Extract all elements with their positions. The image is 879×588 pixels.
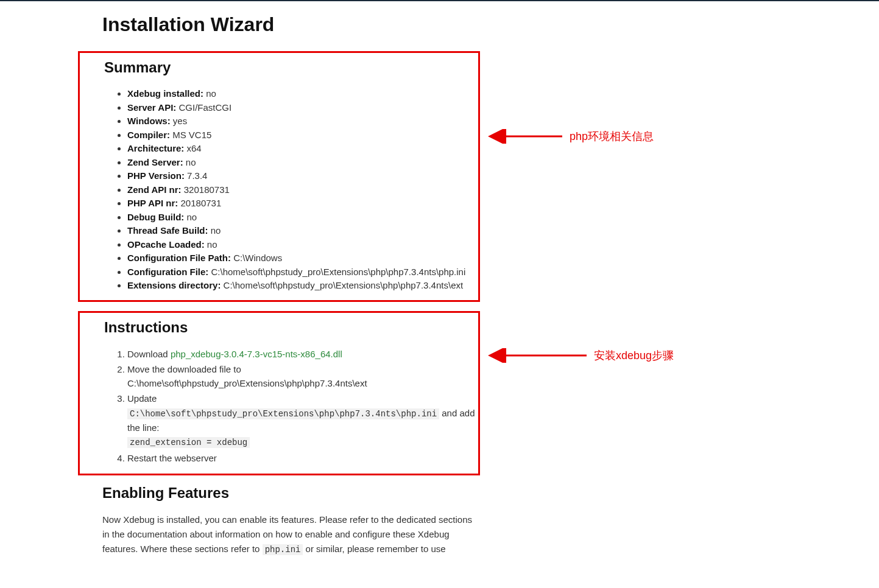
summary-item-key: Configuration File Path: (127, 253, 231, 263)
summary-item: Configuration File Path: C:\Windows (127, 251, 478, 265)
instruction-item: Move the downloaded file to C:\home\soft… (127, 362, 478, 391)
summary-box: Summary Xdebug installed: noServer API: … (78, 51, 480, 302)
download-prefix: Download (127, 349, 171, 359)
summary-item-key: Compiler: (127, 130, 170, 140)
download-link[interactable]: php_xdebug-3.0.4-7.3-vc15-nts-x86_64.dll (171, 349, 342, 359)
php-ini-code: php.ini (263, 544, 303, 555)
annotation-arrow-1: php环境相关信息 (484, 129, 654, 144)
summary-list: Xdebug installed: noServer API: CGI/Fast… (104, 87, 478, 293)
summary-item-key: Architecture: (127, 143, 184, 153)
update-word: Update (127, 393, 157, 404)
summary-item: Compiler: MS VC15 (127, 128, 478, 142)
summary-item-key: PHP Version: (127, 170, 185, 181)
update-path-code: C:\home\soft\phpstudy_pro\Extensions\php… (127, 408, 439, 419)
enabling-paragraph: Now Xdebug is installed, you can enable … (102, 513, 480, 556)
summary-item-key: Zend API nr: (127, 184, 182, 195)
summary-item: Server API: CGI/FastCGI (127, 101, 478, 115)
summary-item: PHP API nr: 20180731 (127, 197, 478, 211)
summary-item-key: Zend Server: (127, 157, 183, 167)
instruction-item: Download php_xdebug-3.0.4-7.3-vc15-nts-x… (127, 347, 478, 361)
summary-item: Zend Server: no (127, 156, 478, 170)
annotation-label-1: php环境相关信息 (570, 129, 654, 144)
summary-item-key: Xdebug installed: (127, 88, 203, 99)
instructions-list: Download php_xdebug-3.0.4-7.3-vc15-nts-x… (104, 347, 478, 466)
summary-item-key: Windows: (127, 116, 171, 126)
summary-item: Zend API nr: 320180731 (127, 183, 478, 197)
summary-item-key: PHP API nr: (127, 198, 178, 208)
instructions-box: Instructions Download php_xdebug-3.0.4-7… (78, 311, 480, 476)
summary-item-key: Extensions directory: (127, 280, 221, 290)
summary-item-key: Thread Safe Build: (127, 225, 208, 236)
summary-item-key: Configuration File: (127, 267, 208, 277)
arrow-icon (484, 129, 563, 144)
summary-item: Architecture: x64 (127, 142, 478, 156)
summary-item: OPcache Loaded: no (127, 238, 478, 252)
instruction-item: Update C:\home\soft\phpstudy_pro\Extensi… (127, 391, 478, 450)
instructions-heading: Instructions (104, 319, 478, 336)
summary-item: Debug Build: no (127, 211, 478, 225)
enabling-text-b: or similar, please remember to use (303, 544, 445, 554)
page-container: Installation Wizard Summary Xdebug insta… (0, 1, 879, 557)
arrow-icon (484, 348, 588, 363)
enabling-features-section: Enabling Features Now Xdebug is installe… (102, 485, 480, 556)
summary-item: Windows: yes (127, 114, 478, 128)
instruction-item: Restart the webserver (127, 451, 478, 465)
annotation-arrow-2: 安装xdebug步骤 (484, 348, 674, 363)
enabling-heading: Enabling Features (102, 485, 480, 502)
summary-item-key: OPcache Loaded: (127, 239, 205, 250)
summary-item-key: Debug Build: (127, 212, 184, 222)
annotation-label-2: 安装xdebug步骤 (594, 348, 674, 363)
page-title: Installation Wizard (102, 13, 879, 36)
summary-heading: Summary (104, 59, 478, 76)
summary-item: Thread Safe Build: no (127, 224, 478, 238)
summary-item: Xdebug installed: no (127, 87, 478, 101)
summary-item: PHP Version: 7.3.4 (127, 169, 478, 183)
zend-extension-code: zend_extension = xdebug (127, 437, 250, 448)
summary-item: Configuration File: C:\home\soft\phpstud… (127, 265, 478, 279)
summary-item: Extensions directory: C:\home\soft\phpst… (127, 279, 478, 293)
summary-item-key: Server API: (127, 102, 176, 113)
